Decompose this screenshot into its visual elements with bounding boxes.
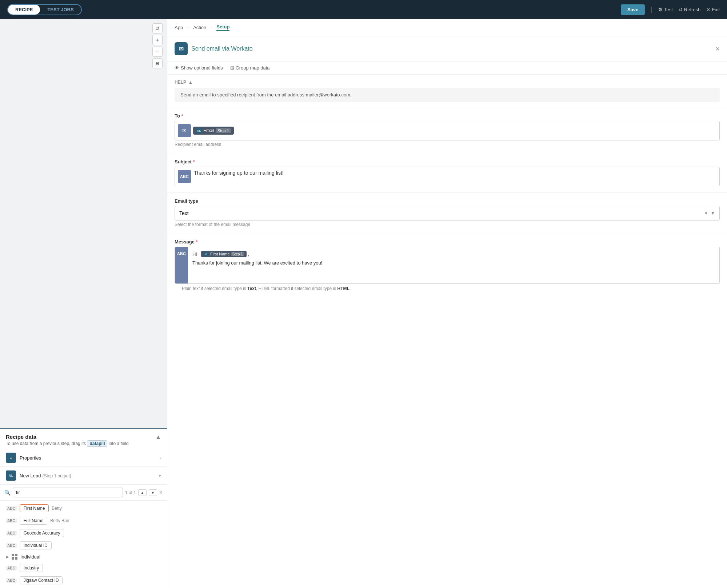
subject-text-input[interactable] [194,170,716,176]
to-field-input[interactable]: ✉ NL Email Step 1 [175,121,720,140]
optional-fields-icon: 👁 [175,65,179,71]
new-lead-label: New Lead [20,473,41,478]
group-map-data-button[interactable]: ⊞ Group map data [230,65,270,71]
to-field-icon: ✉ [178,124,191,137]
recipe-item-new-lead[interactable]: NL New Lead (Step 1 output) ▾ [0,467,167,485]
test-icon: ⚙ [658,7,663,12]
top-navigation: RECIPE TEST JOBS Save | ⚙ Test ↺ Refresh… [0,0,727,19]
help-body: Send an email to specified recipient fro… [175,88,720,102]
to-field-hint: Recipient email address [175,142,720,147]
industry-pill[interactable]: Industry [20,564,43,572]
show-optional-fields-button[interactable]: 👁 Show optional fields [175,65,223,71]
help-section: HELP ▲ Send an email to specified recipi… [167,75,727,107]
email-type-select[interactable]: Text × ▼ [175,206,720,220]
individual-id-pill[interactable]: Individual ID [20,541,52,549]
list-item: ABC Industry [0,562,167,574]
pill-list: ABC First Name Betty ABC Full Name Betty… [0,501,167,588]
group-map-icon: ⊞ [230,65,234,71]
breadcrumb-setup[interactable]: Setup [216,24,229,31]
breadcrumb-app[interactable]: App [175,25,183,30]
list-item: ABC First Name Betty [0,502,167,514]
breadcrumb: App → Action → Setup [167,19,727,36]
search-icon: 🔍 [4,490,11,496]
individual-label: Individual [20,554,40,560]
new-lead-sublabel: (Step 1 output) [42,473,71,478]
save-button[interactable]: Save [621,4,645,15]
email-type-section: Email type Text × ▼ Select the format of… [167,192,727,233]
search-input[interactable] [13,488,123,497]
message-body-line: Thanks for joining our mailing list. We … [192,260,715,266]
search-bar: 🔍 1 of 1 ▲ ▼ × [0,485,167,501]
first-name-pill[interactable]: First Name [20,504,49,512]
pill-type-badge: ABC [6,566,17,571]
toolbar: 👁 Show optional fields ⊞ Group map data [167,61,727,75]
recipe-item-properties[interactable]: ≡ Properties › [0,449,167,467]
properties-label: Properties [20,455,159,461]
message-field-label: Message * [175,239,720,245]
new-lead-chevron-icon: ▾ [159,473,161,478]
list-item: ABC Individual ID [0,539,167,552]
canvas-zoom-in-button[interactable]: + [152,35,163,45]
pill-type-badge: ABC [6,531,17,536]
to-field-pill[interactable]: NL Email Step 1 [193,127,234,135]
full-name-value: Betty Bair [50,518,69,523]
subject-field-section: Subject * ABC [167,153,727,192]
help-header[interactable]: HELP ▲ [175,80,720,85]
action-title-text: Send email via Workato [191,45,253,52]
recipe-panel-subtitle: To use data from a previous step, drag i… [6,441,129,446]
individual-group-row[interactable]: ▶ Individual [0,552,167,562]
exit-link[interactable]: ✕ Exit [706,7,720,12]
datapill-badge: datapill [87,440,107,447]
first-name-value: Betty [52,506,61,511]
recipe-panel-body: ≡ Properties › NL New Lead (Step 1 outpu… [0,449,167,588]
recipe-data-panel: Recipe data To use data from a previous … [0,428,167,588]
pill-type-badge: ABC [6,506,17,511]
geocode-accuracy-pill[interactable]: Geocode Accuracy [20,529,64,537]
search-count: 1 of 1 [125,490,136,495]
pill-type-badge: ABC [6,519,17,523]
recipe-panel-title: Recipe data [6,434,129,440]
expand-icon: ▶ [6,555,9,559]
canvas-fit-button[interactable]: ⊕ [152,58,163,68]
search-prev-button[interactable]: ▲ [138,489,147,496]
list-item: ABC Jigsaw Contact ID [0,574,167,587]
properties-chevron-icon: › [159,455,161,461]
breadcrumb-arrow-2: → [209,25,213,30]
subject-icon: ABC [178,170,191,183]
group-icon [12,554,17,560]
pill-type-badge: ABC [6,543,17,548]
breadcrumb-action[interactable]: Action [193,25,206,30]
action-title: ✉ Send email via Workato [175,42,253,55]
tab-recipe[interactable]: RECIPE [8,5,40,15]
select-arrow-icon: ▼ [711,211,715,216]
close-icon: ✕ [706,7,710,12]
main-layout: ↺ + − ⊕ Recipe data To use data from a p… [0,19,727,588]
canvas-zoom-out-button[interactable]: − [152,47,163,57]
message-greeting-line: Hi NL First Name Step 1 , [192,251,715,257]
left-canvas: ↺ + − ⊕ Recipe data To use data from a p… [0,19,167,588]
message-icon: ABC [175,247,188,283]
new-lead-icon: NL [6,470,16,481]
close-button[interactable]: × [715,45,720,53]
subject-field-input[interactable]: ABC [175,167,720,186]
full-name-pill[interactable]: Full Name [20,517,48,525]
message-input[interactable]: ABC Hi NL First Name Step 1 , Thanks for [175,247,720,284]
canvas-refresh-button[interactable]: ↺ [152,23,163,33]
jigsaw-contact-id-pill[interactable]: Jigsaw Contact ID [20,576,63,584]
tab-test-jobs[interactable]: TEST JOBS [40,5,81,15]
canvas-controls: ↺ + − ⊕ [152,23,163,68]
search-next-button[interactable]: ▼ [149,489,157,496]
test-link[interactable]: ⚙ Test [658,7,673,12]
message-field-section: Message * ABC Hi NL First Name Step 1 , [167,233,727,303]
action-header: ✉ Send email via Workato × [167,36,727,61]
action-icon: ✉ [175,42,188,55]
recipe-panel-collapse-button[interactable]: ▲ [155,434,161,440]
breadcrumb-arrow-1: → [186,25,190,30]
select-clear-button[interactable]: × [704,210,708,216]
first-name-message-pill[interactable]: NL First Name Step 1 [201,251,247,257]
search-clear-button[interactable]: × [159,489,163,496]
tab-group: RECIPE TEST JOBS [7,4,82,15]
pill-source-icon: NL [196,128,202,134]
list-item: ABC Geocode Accuracy [0,527,167,539]
refresh-link[interactable]: ↺ Refresh [679,7,701,12]
